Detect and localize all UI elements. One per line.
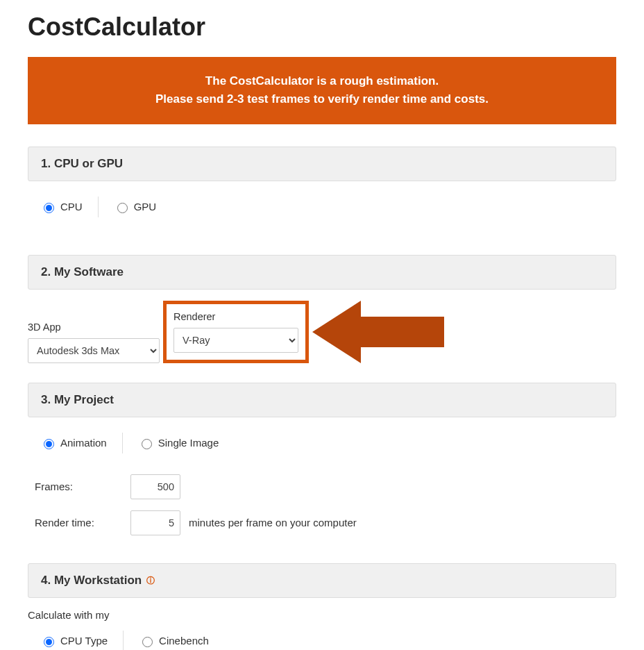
renderer-select[interactable]: V-Ray bbox=[173, 328, 298, 353]
radio-single[interactable]: Single Image bbox=[138, 437, 219, 449]
radio-animation[interactable]: Animation bbox=[40, 437, 107, 449]
app-select[interactable]: Autodesk 3ds Max bbox=[28, 338, 160, 363]
section-software-header: 2. My Software bbox=[28, 255, 616, 290]
svg-marker-0 bbox=[312, 301, 444, 363]
radio-cpu-type-input[interactable] bbox=[44, 637, 54, 647]
divider bbox=[98, 197, 99, 217]
render-time-input[interactable] bbox=[130, 510, 180, 535]
divider bbox=[122, 433, 123, 453]
radio-cpu[interactable]: CPU bbox=[40, 201, 83, 213]
radio-single-label: Single Image bbox=[158, 437, 219, 449]
calc-with-label: Calculate with my bbox=[28, 598, 616, 624]
radio-cinebench-input[interactable] bbox=[142, 637, 153, 647]
divider bbox=[123, 631, 124, 650]
frames-input[interactable] bbox=[130, 474, 180, 499]
radio-cpu-label: CPU bbox=[60, 201, 83, 212]
radio-gpu-input[interactable] bbox=[117, 203, 128, 213]
cpu-gpu-radio-row: CPU GPU bbox=[28, 181, 616, 233]
radio-cinebench-label: Cinebench bbox=[159, 635, 209, 647]
render-time-label: Render time: bbox=[35, 517, 125, 528]
banner-line1: The CostCalculator is a rough estimation… bbox=[42, 72, 602, 90]
arrow-left-icon bbox=[312, 297, 451, 367]
info-banner: The CostCalculator is a rough estimation… bbox=[28, 57, 616, 124]
renderer-label: Renderer bbox=[173, 311, 298, 322]
radio-cinebench[interactable]: Cinebench bbox=[139, 635, 209, 647]
info-icon[interactable]: ⓘ bbox=[146, 575, 155, 587]
section-cpu-gpu-header: 1. CPU or GPU bbox=[28, 147, 616, 181]
radio-gpu-label: GPU bbox=[134, 201, 157, 212]
app-label: 3D App bbox=[28, 322, 160, 333]
radio-gpu[interactable]: GPU bbox=[114, 201, 157, 213]
render-time-hint: minutes per frame on your computer bbox=[189, 517, 357, 528]
project-radio-row: Animation Single Image bbox=[28, 417, 616, 469]
section-workstation-title: 4. My Workstation bbox=[41, 574, 142, 587]
radio-animation-input[interactable] bbox=[44, 439, 54, 449]
section-project-header: 3. My Project bbox=[28, 383, 616, 417]
radio-animation-label: Animation bbox=[60, 437, 107, 449]
radio-single-input[interactable] bbox=[142, 439, 152, 449]
banner-line2: Please send 2-3 test frames to verify re… bbox=[42, 90, 602, 108]
section-workstation-header: 4. My Workstation ⓘ bbox=[28, 563, 616, 598]
radio-cpu-type[interactable]: CPU Type bbox=[40, 635, 108, 647]
renderer-highlight: Renderer V-Ray bbox=[163, 301, 309, 363]
frames-label: Frames: bbox=[35, 481, 125, 492]
radio-cpu-input[interactable] bbox=[44, 203, 54, 213]
radio-cpu-type-label: CPU Type bbox=[60, 635, 108, 647]
page-title: CostCalculator bbox=[28, 12, 616, 42]
